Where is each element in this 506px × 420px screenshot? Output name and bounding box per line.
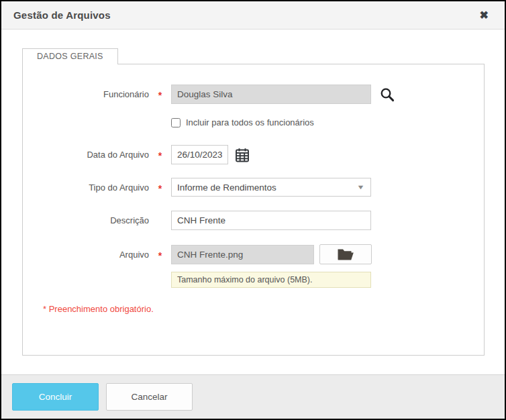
funcionario-required-asterisk: * [149, 88, 171, 101]
funcionario-input[interactable] [171, 85, 371, 104]
file-type-select[interactable]: Informe de Rendimentos ▼ [171, 178, 371, 197]
funcionario-label: Funcionário [23, 89, 149, 99]
funcionario-row: Funcionário * [23, 85, 484, 104]
file-type-label: Tipo do Arquivo [23, 182, 149, 193]
cancel-button[interactable]: Cancelar [106, 383, 193, 411]
include-all-row: Incluir para todos os funcionários [171, 117, 484, 127]
chevron-down-icon: ▼ [356, 184, 364, 191]
tab-panel: Funcionário * Incluir para todos os func… [22, 64, 485, 356]
description-input[interactable] [171, 211, 371, 230]
file-label: Arquivo [23, 250, 149, 260]
file-date-label: Data do Arquivo [23, 150, 149, 160]
confirm-button[interactable]: Concluir [12, 383, 99, 411]
file-row: Arquivo * [23, 244, 484, 264]
file-management-dialog: Gestão de Arquivos ✖ DADOS GERAIS Funcio… [0, 0, 506, 420]
file-required-asterisk: * [149, 248, 171, 261]
browse-file-button[interactable] [319, 244, 372, 264]
dialog-footer: Concluir Cancelar [1, 374, 505, 419]
file-date-required-asterisk: * [149, 148, 171, 161]
file-type-selected-value: Informe de Rendimentos [177, 182, 276, 193]
include-all-checkbox[interactable] [171, 118, 181, 127]
file-date-row: Data do Arquivo * [23, 145, 484, 164]
file-name-input[interactable] [171, 245, 314, 264]
tab-dados-gerais[interactable]: DADOS GERAIS [22, 48, 118, 64]
file-date-input[interactable] [171, 145, 228, 164]
calendar-icon [234, 147, 250, 163]
dialog-title: Gestão de Arquivos [13, 9, 111, 21]
file-type-required-asterisk: * [149, 181, 171, 194]
dialog-header: Gestão de Arquivos ✖ [1, 1, 505, 30]
description-row: Descrição [23, 211, 484, 230]
file-size-hint: Tamanho máximo do arquivo (5MB). [171, 272, 371, 288]
include-all-label[interactable]: Incluir para todos os funcionários [186, 117, 314, 127]
search-icon [379, 87, 395, 103]
close-icon[interactable]: ✖ [476, 7, 493, 23]
dialog-body: DADOS GERAIS Funcionário * Incluir para … [1, 30, 505, 374]
file-type-row: Tipo do Arquivo * Informe de Rendimentos… [23, 178, 484, 197]
folder-open-icon [337, 248, 354, 262]
date-picker-button[interactable] [234, 147, 250, 163]
employee-search-button[interactable] [379, 87, 395, 103]
description-label: Descrição [23, 215, 149, 225]
required-fields-note: * Preenchimento obrigatório. [43, 304, 484, 314]
